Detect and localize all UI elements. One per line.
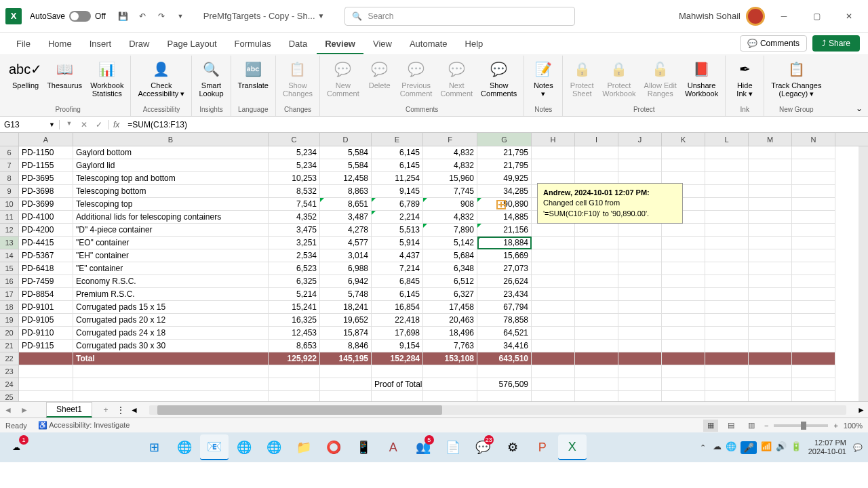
cell[interactable] [423, 365, 477, 378]
cell[interactable]: Premium R.S.C. [73, 288, 269, 301]
cell[interactable] [532, 301, 575, 314]
excel-taskbar-icon[interactable]: X [558, 434, 587, 460]
cell[interactable] [575, 237, 618, 249]
tab-formulas[interactable]: Formulas [226, 35, 279, 54]
cell[interactable] [618, 365, 662, 378]
cell[interactable] [662, 378, 705, 391]
access-icon[interactable]: A [379, 434, 408, 460]
cell[interactable]: 12,453 [269, 327, 320, 340]
cell[interactable] [792, 172, 835, 185]
column-header[interactable]: N [792, 133, 835, 146]
cell[interactable] [792, 146, 835, 159]
cell[interactable]: 5,914 [372, 237, 423, 249]
cell[interactable]: 6,789 [372, 198, 423, 211]
cell[interactable] [618, 146, 662, 159]
cell[interactable] [792, 314, 835, 327]
cell[interactable]: 67,794 [477, 301, 532, 314]
cell[interactable] [73, 365, 269, 378]
cell[interactable] [662, 301, 705, 314]
edge-icon[interactable]: 🌐 [230, 434, 258, 460]
cell[interactable] [749, 237, 792, 249]
cell[interactable]: Corrugated pads 24 x 18 [73, 327, 269, 340]
zoom-out-button[interactable]: − [764, 422, 768, 430]
cell[interactable]: 10,253 [269, 172, 320, 185]
cell[interactable]: 576,509 [477, 378, 532, 391]
cell[interactable]: PD-4100 [19, 211, 73, 224]
cell[interactable] [662, 288, 705, 301]
cell[interactable] [575, 378, 618, 391]
cell[interactable] [705, 275, 749, 288]
cell[interactable] [477, 365, 532, 378]
cell[interactable]: 17,458 [423, 301, 477, 314]
cell[interactable] [618, 159, 662, 172]
row-header[interactable]: 22 [0, 352, 19, 365]
cell[interactable]: PD-9101 [19, 301, 73, 314]
unshare-button[interactable]: 📕Unshare Workbook [682, 57, 721, 99]
cell[interactable] [705, 365, 749, 378]
maximize-button[interactable]: ▢ [803, 5, 830, 27]
add-sheet-button[interactable]: + [98, 405, 114, 415]
cell[interactable]: Corrugated pads 30 x 30 [73, 340, 269, 352]
cell[interactable]: 8,651 [320, 198, 372, 211]
cell[interactable]: Total [73, 352, 269, 365]
column-header[interactable]: C [269, 133, 320, 146]
cell[interactable] [705, 352, 749, 365]
row-header[interactable]: 23 [0, 365, 19, 378]
cell[interactable] [575, 262, 618, 275]
redo-icon[interactable]: ↷ [153, 8, 170, 24]
search-input[interactable]: 🔍 Search [344, 7, 575, 26]
column-header[interactable]: L [705, 133, 749, 146]
cell[interactable]: 145,195 [320, 352, 372, 365]
column-header[interactable]: M [749, 133, 792, 146]
cell[interactable] [532, 378, 575, 391]
teams-icon[interactable]: 👥5 [409, 434, 437, 460]
cell[interactable]: PD-1155 [19, 159, 73, 172]
cell[interactable]: 21,795 [477, 159, 532, 172]
cell[interactable]: 4,577 [320, 237, 372, 249]
cell[interactable] [19, 378, 73, 391]
cell[interactable] [532, 275, 575, 288]
column-header[interactable]: B [73, 133, 269, 146]
column-header[interactable]: D [320, 133, 372, 146]
cell[interactable]: 8,532 [269, 185, 320, 198]
row-header[interactable]: 16 [0, 275, 19, 288]
cell[interactable]: 7,745 [423, 185, 477, 198]
tab-help[interactable]: Help [457, 35, 492, 54]
cell[interactable] [705, 378, 749, 391]
cell[interactable]: 64,521 [477, 327, 532, 340]
row-header[interactable]: 8 [0, 172, 19, 185]
cell[interactable] [792, 327, 835, 340]
cell[interactable]: 3,014 [320, 249, 372, 262]
cell[interactable] [705, 198, 749, 211]
cell[interactable] [749, 146, 792, 159]
cell[interactable]: 4,832 [423, 159, 477, 172]
qat-customize-icon[interactable]: ▼ [172, 8, 189, 24]
cell[interactable] [618, 288, 662, 301]
cell[interactable] [662, 352, 705, 365]
cell[interactable]: 6,145 [372, 146, 423, 159]
cell[interactable] [618, 301, 662, 314]
cell[interactable] [423, 391, 477, 401]
cell[interactable]: 153,108 [423, 352, 477, 365]
cell[interactable] [532, 224, 575, 237]
row-header[interactable]: 15 [0, 262, 19, 275]
cell[interactable] [792, 391, 835, 401]
cell[interactable] [618, 327, 662, 340]
cell[interactable] [618, 275, 662, 288]
cell[interactable]: 6,845 [372, 275, 423, 288]
comments-button[interactable]: 💬 Comments [740, 35, 807, 52]
cell[interactable] [532, 391, 575, 401]
cell[interactable] [792, 224, 835, 237]
cell[interactable] [705, 301, 749, 314]
cell[interactable]: 6,325 [269, 275, 320, 288]
cell[interactable]: 6,145 [372, 288, 423, 301]
cell[interactable]: Telescoping top [73, 198, 269, 211]
cell[interactable]: 23,434 [477, 288, 532, 301]
sheet-prev-icon[interactable]: ◄ [0, 405, 16, 415]
minimize-button[interactable]: ─ [770, 5, 797, 27]
mic-icon[interactable]: 🎤 [741, 441, 757, 454]
cell[interactable] [749, 314, 792, 327]
cell[interactable] [575, 314, 618, 327]
app2-icon[interactable]: 📱 [349, 434, 378, 460]
cell[interactable]: 17,698 [372, 327, 423, 340]
